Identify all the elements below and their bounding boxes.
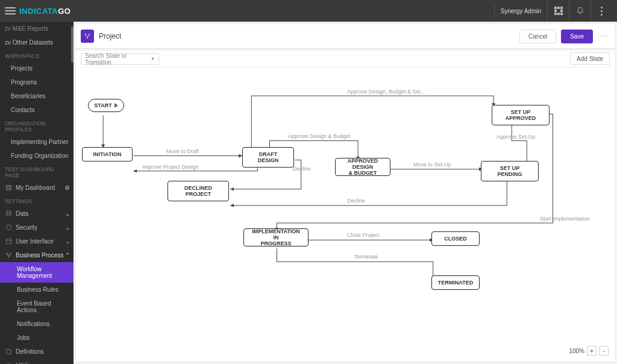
svg-point-6 <box>6 253 7 254</box>
transition-label: Decline <box>293 166 311 172</box>
state-set-up-approved[interactable]: SET UP APPROVED <box>492 105 550 125</box>
state-declined-project[interactable]: DECLINED PROJECT <box>168 181 229 201</box>
sidebar-item-event-based-actions[interactable]: Event Based Actions <box>0 297 74 317</box>
sidebar-item-data[interactable]: Data⌄ <box>0 207 74 221</box>
workflow-editor: Search State or Transition▼ Add State <box>76 51 615 362</box>
sidebar-scrollbar[interactable] <box>71 22 74 364</box>
sidebar-item-business-process[interactable]: Business Process⌃ <box>0 248 74 262</box>
sidebar-group-label: SETTINGS <box>0 195 74 207</box>
transition-label: Terminate <box>354 254 378 260</box>
dashboard-icon <box>5 184 12 191</box>
sidebar-group-label: ORGANIZATION PROFILES <box>0 117 74 135</box>
transition-label: Start Implementation <box>540 216 590 222</box>
transition-label: Approve Design, Budget & Set... <box>347 89 425 95</box>
user-menu[interactable]: Synergy Admin <box>494 4 547 18</box>
svg-rect-0 <box>6 185 8 187</box>
state-terminated[interactable]: TERMINATED <box>431 275 480 290</box>
add-state-button[interactable]: Add State <box>570 52 610 65</box>
zoom-controls: 100% + - <box>569 346 609 356</box>
svg-rect-1 <box>9 185 11 187</box>
transition-label: Approve Design & Budget <box>288 133 351 139</box>
more-menu-icon[interactable] <box>590 0 612 22</box>
transition-label: Improve Project Design <box>142 164 199 170</box>
svg-point-10 <box>89 34 90 35</box>
chevron-up-icon: ⌃ <box>65 252 70 259</box>
sidebar-item-programs[interactable]: Programs <box>0 75 74 89</box>
top-bar: INDICATAGO Synergy Admin <box>0 0 617 22</box>
sidebar-group-label: TEST DASHBOARD PAGE <box>0 163 74 181</box>
menu-toggle-icon[interactable] <box>5 7 16 14</box>
state-draft-design[interactable]: DRAFT DESIGN <box>242 147 294 168</box>
play-icon <box>114 103 118 108</box>
transition-label: Move to Draft <box>166 148 199 154</box>
svg-point-11 <box>87 37 88 39</box>
brand-logo: INDICATAGO <box>19 7 70 16</box>
svg-rect-3 <box>9 188 11 190</box>
state-initiation[interactable]: INITIATION <box>82 147 133 162</box>
page-header: Project Cancel Save ⋯ <box>76 24 615 48</box>
sidebar: zv M&E Reports zv Other Datasets WORKSPA… <box>0 22 74 364</box>
chevron-down-icon: ▼ <box>151 57 155 61</box>
transition-label: Approve Set-Up <box>496 134 535 140</box>
cancel-button[interactable]: Cancel <box>519 30 556 43</box>
chevron-down-icon: ⌄ <box>65 210 70 217</box>
transition-label: Decline <box>347 198 365 204</box>
state-start[interactable]: START <box>88 99 124 112</box>
sidebar-item-contacts[interactable]: Contacts <box>0 103 74 117</box>
gear-icon: ⚙ <box>64 184 70 191</box>
sidebar-item-jobs[interactable]: Jobs <box>0 331 74 345</box>
zoom-level: 100% <box>569 348 584 354</box>
database-icon <box>5 210 12 217</box>
svg-point-9 <box>85 34 86 35</box>
content: Project Cancel Save ⋯ Search State or Tr… <box>74 22 617 364</box>
sidebar-item-funding-organization[interactable]: Funding Organization <box>0 149 74 163</box>
workflow-badge-icon <box>81 30 94 43</box>
svg-rect-2 <box>6 188 8 190</box>
save-button[interactable]: Save <box>561 30 593 43</box>
search-state-dropdown[interactable]: Search State or Transition▼ <box>81 53 159 65</box>
state-closed[interactable]: CLOSED <box>431 231 480 246</box>
sidebar-item-user-interface[interactable]: User Interface⌄ <box>0 234 74 248</box>
transition-label: Close Project <box>347 232 380 238</box>
header-more-icon[interactable]: ⋯ <box>598 33 610 40</box>
qr-icon[interactable] <box>547 0 569 22</box>
sidebar-item[interactable]: zv Other Datasets <box>0 36 74 49</box>
sidebar-item-my-dashboard[interactable]: My Dashboard⚙ <box>0 181 74 195</box>
sidebar-item[interactable]: zv M&E Reports <box>0 22 74 36</box>
transition-label: Move to Set-Up <box>413 162 451 168</box>
sidebar-item-notifications[interactable]: Notifications <box>0 317 74 331</box>
bell-icon[interactable] <box>569 0 590 22</box>
state-set-up-pending[interactable]: SET UP PENDING <box>481 161 539 181</box>
svg-point-8 <box>8 256 9 257</box>
sidebar-item-mee[interactable]: MEE <box>0 359 74 364</box>
page-title: Project <box>99 32 121 40</box>
chevron-down-icon: ⌄ <box>65 238 70 245</box>
svg-point-4 <box>6 211 10 213</box>
layout-icon <box>5 238 12 245</box>
book-icon <box>5 348 12 355</box>
sidebar-item-business-rules[interactable]: Business Rules <box>0 283 74 297</box>
sidebar-group-label: WORKSPACE <box>0 49 74 61</box>
canvas-toolbar: Search State or Transition▼ Add State <box>76 51 615 67</box>
sidebar-item-workflow-management[interactable]: Workflow Management <box>0 262 74 283</box>
sidebar-item-beneficiaries[interactable]: Beneficiaries <box>0 89 74 103</box>
workflow-canvas[interactable]: START INITIATION DRAFT DESIGN APPROVED D… <box>76 67 615 362</box>
workflow-icon <box>5 252 12 259</box>
state-approved-design-budget[interactable]: APPROVED DESIGN & BUDGET <box>335 158 390 176</box>
svg-point-7 <box>10 253 11 254</box>
svg-rect-5 <box>6 239 11 243</box>
sidebar-item-security[interactable]: Security⌄ <box>0 221 74 234</box>
chevron-down-icon: ⌄ <box>65 224 70 231</box>
zoom-out-button[interactable]: - <box>599 346 609 356</box>
sidebar-item-implementing-partner[interactable]: Implementing Partner <box>0 135 74 149</box>
shield-icon <box>5 224 12 231</box>
zoom-in-button[interactable]: + <box>587 346 597 356</box>
state-implementation-in-progress[interactable]: IMPLEMENTATION IN PROGRESS <box>243 228 308 246</box>
sidebar-item-definitions[interactable]: Definitions <box>0 345 74 359</box>
sidebar-item-projects[interactable]: Projects <box>0 61 74 75</box>
